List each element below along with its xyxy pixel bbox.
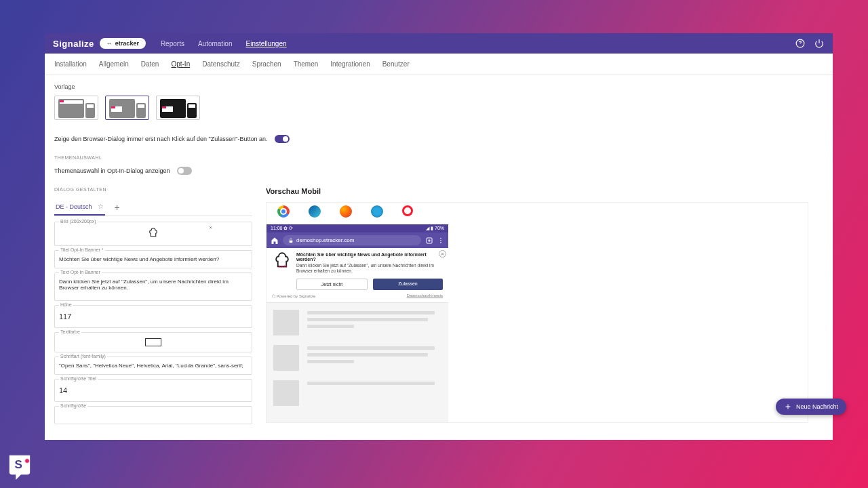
height-input[interactable] [55, 306, 252, 327]
edge-icon[interactable] [309, 205, 321, 218]
privacy-link[interactable]: Datenschutzhinweis [407, 293, 443, 298]
etracker-chip[interactable]: ↔etracker [100, 38, 146, 49]
remove-image[interactable]: × [209, 224, 212, 230]
lang-tab-de[interactable]: DE - Deutsch ☆ [54, 199, 105, 216]
menu-dots-icon[interactable] [437, 237, 444, 245]
splash-logo: S [7, 453, 33, 481]
deny-button[interactable]: Jetzt nicht [296, 279, 368, 290]
tab-themen[interactable]: Themen [294, 60, 319, 68]
themenauswahl-toggle[interactable] [177, 167, 192, 175]
fontfamily-input[interactable] [55, 357, 252, 374]
mobile-preview: 11:08 ✿ ⟳ ◢ ▮ 70% demoshop.etracker.com [267, 224, 448, 422]
browser-toggle-label: Zeige den Browser-Dialog immer erst nach… [54, 136, 268, 142]
star-icon[interactable]: ☆ [98, 203, 104, 210]
new-message-fab[interactable]: Neue Nachricht [776, 399, 846, 415]
vorlage-label: Vorlage [54, 83, 823, 90]
home-icon[interactable] [271, 237, 279, 245]
top-nav: Reports Automation Einstellungen [161, 40, 287, 47]
tab-datenschutz[interactable]: Datenschutz [202, 60, 240, 68]
help-icon[interactable] [795, 38, 806, 49]
template-selector [54, 96, 823, 120]
template-1[interactable] [54, 96, 98, 120]
topbar: Signalize ↔etracker Reports Automation E… [45, 33, 833, 54]
skeleton-content [267, 303, 448, 422]
field-text: Text Opt-In Banner Dann klicken Sie jetz… [54, 272, 252, 301]
optin-body: Dann klicken Sie jetzt auf "Zulassen", u… [296, 263, 443, 274]
app-window: Signalize ↔etracker Reports Automation E… [45, 33, 833, 440]
svg-text:kocht: kocht [279, 264, 288, 268]
field-fontfamily: Schriftart (font-family) [54, 357, 252, 375]
field-image[interactable]: Bild (200x200px) × [54, 222, 252, 246]
template-2[interactable] [105, 96, 149, 120]
battery-status: ◢ ▮ 70% [426, 226, 444, 231]
close-icon[interactable]: ✕ [439, 250, 446, 258]
fontsize-input[interactable] [55, 407, 252, 424]
tab-sprachen[interactable]: Sprachen [252, 60, 281, 68]
chef-icon [147, 226, 159, 242]
tab-allgemein[interactable]: Allgemein [99, 60, 129, 68]
svg-text:S: S [14, 458, 22, 471]
url-bar[interactable]: demoshop.etracker.com [283, 235, 421, 245]
field-height: Höhe [54, 305, 252, 328]
allow-button[interactable]: Zulassen [373, 279, 443, 290]
tab-installation[interactable]: Installation [54, 60, 87, 68]
optin-title: Möchten Sie über wichtige News und Angeb… [296, 252, 443, 262]
add-language[interactable]: + [115, 202, 120, 213]
safari-icon[interactable] [371, 205, 383, 218]
nav-reports[interactable]: Reports [161, 40, 184, 47]
svg-rect-1 [290, 240, 293, 242]
lock-icon [288, 238, 294, 243]
svg-point-4 [440, 240, 441, 241]
color-picker[interactable] [145, 338, 161, 346]
text-input[interactable]: Dann klicken Sie jetzt auf "Zulassen", u… [55, 273, 252, 298]
dialog-gestalten-heading: DIALOG GESTALTEN [54, 187, 252, 192]
preview-title: Vorschau Mobil [266, 187, 823, 195]
language-tabs: DE - Deutsch ☆ + [54, 199, 252, 216]
tab-integrationen[interactable]: Integrationen [330, 60, 370, 68]
optin-popup: ✕ kocht Möchten Sie über wichtige News u… [267, 248, 448, 303]
plus-tab-icon[interactable] [425, 237, 433, 245]
field-fontsize-title: Schriftgröße Titel [54, 379, 252, 402]
brand-logo: Signalize [53, 39, 94, 49]
nav-settings[interactable]: Einstellungen [246, 40, 287, 47]
field-fontsize: Schriftgröße [54, 406, 252, 424]
firefox-icon[interactable] [340, 205, 352, 218]
browser-toggle[interactable] [275, 135, 290, 143]
themenauswahl-heading: THEMENAUSWAHL [54, 155, 823, 160]
title-input[interactable] [55, 251, 252, 268]
template-3[interactable] [156, 96, 200, 120]
plus-icon [784, 403, 792, 411]
browser-selector [267, 203, 808, 224]
powered-by: ⬡ Powered by Signalize [272, 293, 315, 298]
field-title: Titel Opt-In Banner * [54, 250, 252, 268]
popup-logo: kocht [272, 252, 292, 272]
svg-point-3 [440, 238, 441, 239]
tab-optin[interactable]: Opt-In [171, 60, 190, 68]
field-textcolor: Textfarbe [54, 332, 252, 352]
chrome-icon[interactable] [277, 205, 290, 218]
svg-point-5 [440, 242, 441, 243]
themenauswahl-label: Themenauswahl in Opt-In-Dialog anzeigen [54, 167, 170, 174]
nav-automation[interactable]: Automation [198, 40, 233, 47]
tab-benutzer[interactable]: Benutzer [382, 60, 410, 68]
sub-tabs: Installation Allgemein Daten Opt-In Date… [45, 54, 833, 75]
power-icon[interactable] [814, 38, 825, 49]
opera-icon[interactable] [402, 205, 413, 216]
fontsize-title-input[interactable] [55, 380, 252, 401]
tab-daten[interactable]: Daten [141, 60, 159, 68]
